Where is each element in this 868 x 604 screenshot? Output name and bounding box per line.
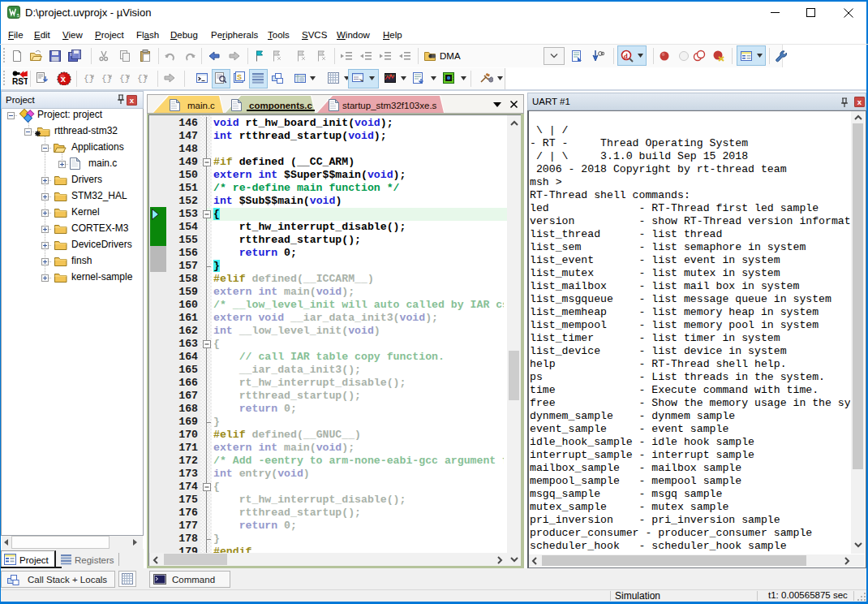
svg-text:{}: {} (101, 74, 112, 84)
svg-text:S: S (237, 73, 242, 81)
svg-text:{}: {} (84, 74, 94, 84)
svg-text:{}: {} (119, 74, 130, 84)
svg-text:{}: {} (137, 74, 148, 84)
svg-text:d: d (624, 52, 628, 60)
svg-text:RST: RST (12, 77, 28, 84)
svg-text:5: 5 (17, 12, 20, 18)
svg-text:x: x (61, 74, 67, 84)
